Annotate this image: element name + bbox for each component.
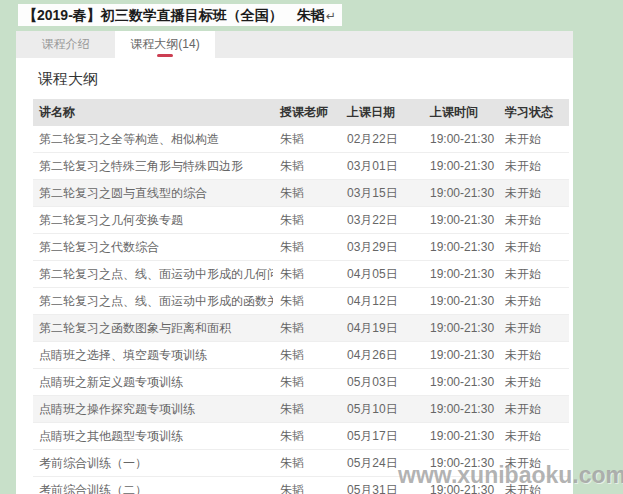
table-row: 第二轮复习之几何变换专题朱韬03月22日19:00-21:30未开始 (33, 207, 569, 234)
table-row: 第二轮复习之函数图象与距离和面积朱韬04月19日19:00-21:30未开始 (33, 315, 569, 342)
tab-course-outline-label: 课程大纲(14) (130, 37, 199, 51)
cell-learning-status: 未开始 (498, 450, 569, 477)
table-row: 点睛班之操作探究题专项训练朱韬05月10日19:00-21:30未开始 (33, 396, 569, 423)
cell-lecture-name[interactable]: 第二轮复习之代数综合 (33, 234, 273, 261)
table-row: 考前综合训练（一）朱韬05月24日19:00-21:30未开始 (33, 450, 569, 477)
cell-teacher-name: 朱韬 (273, 234, 340, 261)
tab-course-intro-label: 课程介绍 (42, 37, 90, 51)
cell-class-date: 03月22日 (340, 207, 423, 234)
cell-learning-status: 未开始 (498, 180, 569, 207)
cell-class-time: 19:00-21:30 (423, 180, 498, 207)
cell-learning-status: 未开始 (498, 207, 569, 234)
cell-class-time: 19:00-21:30 (423, 207, 498, 234)
table-row: 点睛班之新定义题专项训练朱韬05月03日19:00-21:30未开始 (33, 369, 569, 396)
cell-class-time: 19:00-21:30 (423, 423, 498, 450)
document-title: 【2019-春】初三数学直播目标班（全国） 朱韬↵ (18, 4, 342, 26)
cell-class-date: 03月15日 (340, 180, 423, 207)
cell-learning-status: 未开始 (498, 423, 569, 450)
cell-teacher-name: 朱韬 (273, 180, 340, 207)
cell-class-date: 05月03日 (340, 369, 423, 396)
cell-class-date: 04月05日 (340, 261, 423, 288)
cell-class-time: 19:00-21:30 (423, 450, 498, 477)
cell-class-date: 02月22日 (340, 126, 423, 153)
syllabus-table: 讲名称 授课老师 上课日期 上课时间 学习状态 第二轮复习之全等构造、相似构造朱… (33, 99, 569, 494)
column-header-time: 上课时间 (423, 99, 498, 126)
cell-class-time: 19:00-21:30 (423, 288, 498, 315)
cell-class-time: 19:00-21:30 (423, 342, 498, 369)
cell-class-date: 05月31日 (340, 477, 423, 494)
cell-class-time: 19:00-21:30 (423, 369, 498, 396)
cell-learning-status: 未开始 (498, 477, 569, 494)
column-header-name: 讲名称 (33, 99, 273, 126)
cell-learning-status: 未开始 (498, 288, 569, 315)
cell-lecture-name[interactable]: 第二轮复习之特殊三角形与特殊四边形 (33, 153, 273, 180)
tab-panel-outline: 课程大纲 讲名称 授课老师 上课日期 上课时间 学习状态 第二轮复习之全等构造、… (16, 71, 573, 494)
content-card: 课程介绍 课程大纲(14) 课程大纲 讲名称 授课老师 上课日期 上课时间 学习… (16, 31, 573, 494)
table-row: 第二轮复习之圆与直线型的综合朱韬03月15日19:00-21:30未开始 (33, 180, 569, 207)
cell-learning-status: 未开始 (498, 315, 569, 342)
cell-class-date: 04月26日 (340, 342, 423, 369)
cell-class-time: 19:00-21:30 (423, 315, 498, 342)
cell-teacher-name: 朱韬 (273, 423, 340, 450)
cell-teacher-name: 朱韬 (273, 207, 340, 234)
table-row: 点睛班之其他题型专项训练朱韬05月17日19:00-21:30未开始 (33, 423, 569, 450)
column-header-teacher: 授课老师 (273, 99, 340, 126)
cell-class-date: 05月17日 (340, 423, 423, 450)
cell-learning-status: 未开始 (498, 396, 569, 423)
cell-class-date: 03月01日 (340, 153, 423, 180)
cell-lecture-name[interactable]: 考前综合训练（二） (33, 477, 273, 494)
section-heading: 课程大纲 (38, 71, 569, 87)
cell-lecture-name[interactable]: 考前综合训练（一） (33, 450, 273, 477)
cell-class-time: 19:00-21:30 (423, 153, 498, 180)
table-row: 第二轮复习之全等构造、相似构造朱韬02月22日19:00-21:30未开始 (33, 126, 569, 153)
cell-class-time: 19:00-21:30 (423, 234, 498, 261)
cell-lecture-name[interactable]: 第二轮复习之点、线、面运动中形成的几何问题 (33, 261, 273, 288)
cell-lecture-name[interactable]: 第二轮复习之函数图象与距离和面积 (33, 315, 273, 342)
cell-lecture-name[interactable]: 点睛班之选择、填空题专项训练 (33, 342, 273, 369)
course-title: 【2019-春】初三数学直播目标班（全国） 朱韬 (23, 7, 325, 23)
table-row: 点睛班之选择、填空题专项训练朱韬04月26日19:00-21:30未开始 (33, 342, 569, 369)
cell-teacher-name: 朱韬 (273, 153, 340, 180)
cell-teacher-name: 朱韬 (273, 288, 340, 315)
cell-lecture-name[interactable]: 第二轮复习之圆与直线型的综合 (33, 180, 273, 207)
cell-class-time: 19:00-21:30 (423, 126, 498, 153)
cell-learning-status: 未开始 (498, 126, 569, 153)
table-header-row: 讲名称 授课老师 上课日期 上课时间 学习状态 (33, 99, 569, 126)
cell-lecture-name[interactable]: 点睛班之其他题型专项训练 (33, 423, 273, 450)
cell-lecture-name[interactable]: 点睛班之操作探究题专项训练 (33, 396, 273, 423)
table-row: 第二轮复习之特殊三角形与特殊四边形朱韬03月01日19:00-21:30未开始 (33, 153, 569, 180)
cell-lecture-name[interactable]: 点睛班之新定义题专项训练 (33, 369, 273, 396)
cell-teacher-name: 朱韬 (273, 369, 340, 396)
active-tab-indicator (157, 54, 173, 57)
cell-class-date: 04月12日 (340, 288, 423, 315)
column-header-status: 学习状态 (498, 99, 569, 126)
cell-class-date: 04月19日 (340, 315, 423, 342)
cell-lecture-name[interactable]: 第二轮复习之几何变换专题 (33, 207, 273, 234)
tab-bar: 课程介绍 课程大纲(14) (16, 31, 573, 58)
cell-class-time: 19:00-21:30 (423, 261, 498, 288)
cell-class-date: 03月29日 (340, 234, 423, 261)
cell-lecture-name[interactable]: 第二轮复习之全等构造、相似构造 (33, 126, 273, 153)
table-row: 第二轮复习之代数综合朱韬03月29日19:00-21:30未开始 (33, 234, 569, 261)
cell-teacher-name: 朱韬 (273, 315, 340, 342)
cell-lecture-name[interactable]: 第二轮复习之点、线、面运动中形成的函数关系 (33, 288, 273, 315)
cell-teacher-name: 朱韬 (273, 450, 340, 477)
cell-teacher-name: 朱韬 (273, 126, 340, 153)
cell-teacher-name: 朱韬 (273, 342, 340, 369)
column-header-date: 上课日期 (340, 99, 423, 126)
cell-learning-status: 未开始 (498, 342, 569, 369)
cell-learning-status: 未开始 (498, 153, 569, 180)
tab-course-intro[interactable]: 课程介绍 (16, 31, 115, 58)
table-row: 第二轮复习之点、线、面运动中形成的几何问题朱韬04月05日19:00-21:30… (33, 261, 569, 288)
table-row: 第二轮复习之点、线、面运动中形成的函数关系朱韬04月12日19:00-21:30… (33, 288, 569, 315)
cell-class-date: 05月10日 (340, 396, 423, 423)
cell-teacher-name: 朱韬 (273, 396, 340, 423)
table-row: 考前综合训练（二）朱韬05月31日19:00-21:30未开始 (33, 477, 569, 494)
cell-class-date: 05月24日 (340, 450, 423, 477)
cell-teacher-name: 朱韬 (273, 261, 340, 288)
cell-class-time: 19:00-21:30 (423, 396, 498, 423)
return-mark-icon: ↵ (326, 9, 336, 23)
cell-teacher-name: 朱韬 (273, 477, 340, 494)
cell-class-time: 19:00-21:30 (423, 477, 498, 494)
tab-course-outline[interactable]: 课程大纲(14) (115, 31, 215, 58)
